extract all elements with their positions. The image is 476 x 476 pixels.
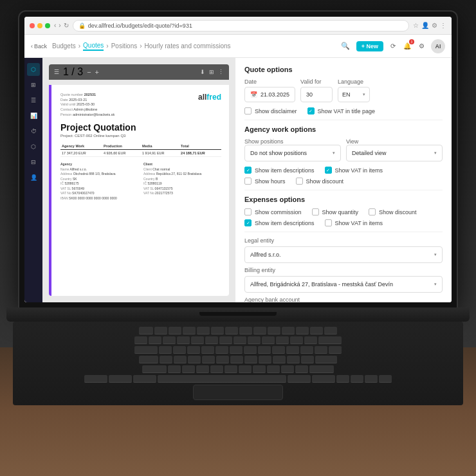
show-discount-exp-check[interactable]: Show discount — [369, 208, 417, 215]
key-esc[interactable] — [139, 327, 153, 334]
show-vat-items-checkbox[interactable]: ✓ — [325, 167, 332, 174]
key-z[interactable] — [168, 365, 181, 373]
key-minus[interactable] — [290, 336, 303, 344]
key-4[interactable] — [191, 336, 204, 344]
sidebar-item-hex[interactable]: ⬡ — [27, 140, 40, 153]
key-slash[interactable] — [295, 365, 308, 373]
key-b[interactable] — [224, 365, 237, 373]
key-0[interactable] — [276, 336, 289, 344]
show-hours-check[interactable]: Show hours — [244, 178, 286, 185]
key-tab[interactable] — [134, 346, 158, 354]
key-1[interactable] — [149, 336, 161, 344]
key-space[interactable] — [158, 375, 286, 383]
toolbar-menu-icon[interactable]: ☰ — [54, 69, 59, 75]
sidebar-item-chart[interactable]: 📊 — [27, 109, 40, 122]
key-n[interactable] — [239, 365, 252, 373]
minimize-dot[interactable] — [37, 23, 42, 28]
trackpad[interactable] — [193, 385, 283, 400]
key-i[interactable] — [258, 346, 271, 354]
key-y[interactable] — [230, 346, 243, 354]
key-o[interactable] — [272, 346, 285, 354]
key-up[interactable] — [351, 375, 363, 383]
breadcrumb-hourly[interactable]: Hourly rates and commissions — [145, 42, 231, 50]
key-f3[interactable] — [183, 327, 196, 334]
key-bracket-l[interactable] — [300, 346, 313, 354]
key-comma[interactable] — [267, 365, 280, 373]
key-down[interactable] — [365, 375, 378, 383]
key-bracket-r[interactable] — [315, 346, 327, 354]
back-button[interactable]: ‹ Back — [31, 43, 47, 50]
key-caps[interactable] — [139, 356, 158, 363]
show-vat-title-check[interactable]: ✓ Show VAT in title page — [307, 107, 376, 114]
zoom-in-button[interactable]: + — [95, 68, 99, 76]
url-bar[interactable]: 🔒 dev.allfred.io/budgets/edit-quote/?id=… — [73, 20, 409, 32]
sidebar-item-home[interactable]: ⬡ — [27, 63, 40, 76]
key-h[interactable] — [230, 356, 243, 363]
show-item-desc-exp-check[interactable]: ✓ Show item descriptions — [244, 219, 315, 226]
key-shift-r[interactable] — [309, 365, 334, 373]
key-f10[interactable] — [282, 327, 295, 334]
key-ctrl-l[interactable] — [84, 375, 107, 383]
menu-icon[interactable]: ⋮ — [440, 22, 446, 29]
search-button[interactable]: 🔍 — [338, 39, 352, 53]
forward-nav-icon[interactable]: › — [59, 22, 60, 29]
star-icon[interactable]: ☆ — [413, 22, 419, 29]
key-f8[interactable] — [253, 327, 266, 334]
key-9[interactable] — [262, 336, 275, 344]
key-backspace[interactable] — [318, 336, 342, 344]
show-disclaimer-check[interactable]: Show disclaimer — [244, 107, 297, 114]
key-7[interactable] — [233, 336, 246, 344]
key-f4[interactable] — [197, 327, 210, 334]
show-quantity-check[interactable]: Show quantity — [312, 208, 359, 215]
show-discount-check[interactable]: Show discount — [296, 178, 344, 185]
key-m[interactable] — [253, 365, 266, 373]
key-f2[interactable] — [169, 327, 181, 334]
back-nav-icon[interactable]: ‹ — [54, 22, 56, 29]
show-discount-exp-checkbox[interactable] — [369, 208, 376, 215]
valid-for-input[interactable]: 30 — [300, 87, 333, 102]
key-f7[interactable] — [239, 327, 252, 334]
breadcrumb-positions[interactable]: Positions — [111, 42, 138, 50]
download-icon[interactable]: ⬇ — [200, 69, 205, 75]
print-icon[interactable]: ⊞ — [209, 69, 214, 75]
key-right[interactable] — [379, 375, 392, 383]
legal-entity-select[interactable]: Allfred s.r.o. ▾ — [244, 246, 443, 263]
sidebar-item-layers[interactable]: ⊟ — [27, 156, 40, 169]
key-w[interactable] — [173, 346, 186, 354]
avatar[interactable]: AI — [431, 39, 445, 53]
show-vat-items-check[interactable]: ✓ Show VAT in items — [325, 167, 383, 174]
key-period[interactable] — [281, 365, 294, 373]
more-icon[interactable]: ⋮ — [218, 69, 224, 75]
key-a[interactable] — [160, 356, 172, 363]
billing-entity-select[interactable]: Allfred, Brigádnická 27, Bratislava - me… — [244, 276, 443, 293]
close-dot[interactable] — [30, 23, 35, 28]
key-x[interactable] — [182, 365, 195, 373]
key-quote[interactable] — [301, 356, 314, 363]
refresh-icon[interactable]: ↻ — [64, 22, 69, 29]
new-button[interactable]: + New — [356, 41, 383, 51]
key-l[interactable] — [273, 356, 286, 363]
key-5[interactable] — [205, 336, 218, 344]
key-s[interactable] — [174, 356, 187, 363]
breadcrumb-budgets[interactable]: Budgets — [52, 42, 76, 50]
show-vat-items-exp-checkbox[interactable] — [325, 219, 332, 226]
show-positions-select[interactable]: Do not show positions ▾ — [244, 145, 341, 161]
key-alt-l[interactable] — [109, 375, 132, 383]
key-e[interactable] — [187, 346, 200, 354]
show-item-desc-checkbox[interactable]: ✓ — [244, 167, 252, 174]
extensions-icon[interactable]: ⚙ — [432, 22, 437, 29]
sidebar-item-list[interactable]: ☰ — [27, 94, 40, 107]
key-cmd-r[interactable] — [288, 375, 311, 383]
key-backslash[interactable] — [329, 346, 342, 354]
key-t[interactable] — [215, 346, 228, 354]
key-equal[interactable] — [304, 336, 317, 344]
key-f6[interactable] — [225, 327, 238, 334]
zoom-out-button[interactable]: − — [87, 68, 91, 76]
show-vat-title-checkbox[interactable]: ✓ — [307, 107, 315, 114]
show-disclaimer-checkbox[interactable] — [244, 107, 252, 114]
date-input[interactable]: 📅 21.03.2025 — [244, 87, 295, 102]
maximize-dot[interactable] — [45, 23, 50, 28]
key-g[interactable] — [216, 356, 229, 363]
show-item-desc-exp-checkbox[interactable]: ✓ — [244, 219, 252, 226]
language-select[interactable]: EN ▾ — [338, 87, 370, 102]
